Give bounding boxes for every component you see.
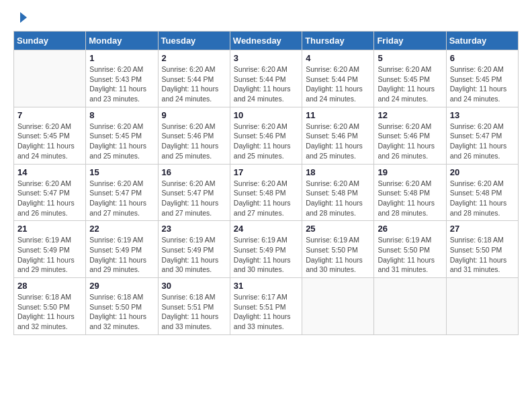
calendar-cell: 30Sunrise: 6:18 AM Sunset: 5:51 PM Dayli… xyxy=(158,278,230,335)
calendar-cell: 22Sunrise: 6:19 AM Sunset: 5:49 PM Dayli… xyxy=(86,221,158,278)
calendar-week-row: 14Sunrise: 6:20 AM Sunset: 5:47 PM Dayli… xyxy=(14,164,519,221)
day-info: Sunrise: 6:20 AM Sunset: 5:45 PM Dayligh… xyxy=(450,64,515,104)
day-info: Sunrise: 6:18 AM Sunset: 5:50 PM Dayligh… xyxy=(17,292,82,332)
day-number: 22 xyxy=(89,224,154,234)
day-number: 27 xyxy=(450,224,515,234)
day-number: 17 xyxy=(234,167,298,177)
weekday-header-sunday: Sunday xyxy=(14,32,86,50)
calendar-cell: 23Sunrise: 6:19 AM Sunset: 5:49 PM Dayli… xyxy=(158,221,230,278)
calendar-cell xyxy=(302,278,374,335)
calendar-cell: 16Sunrise: 6:20 AM Sunset: 5:47 PM Dayli… xyxy=(158,164,230,221)
calendar-cell: 7Sunrise: 6:20 AM Sunset: 5:45 PM Daylig… xyxy=(14,107,86,164)
day-number: 26 xyxy=(378,224,442,234)
day-info: Sunrise: 6:19 AM Sunset: 5:50 PM Dayligh… xyxy=(378,235,442,275)
calendar-week-row: 21Sunrise: 6:19 AM Sunset: 5:49 PM Dayli… xyxy=(14,221,519,278)
weekday-header-thursday: Thursday xyxy=(302,32,374,50)
day-info: Sunrise: 6:19 AM Sunset: 5:49 PM Dayligh… xyxy=(234,235,298,275)
day-info: Sunrise: 6:20 AM Sunset: 5:46 PM Dayligh… xyxy=(234,122,298,161)
calendar-cell: 28Sunrise: 6:18 AM Sunset: 5:50 PM Dayli… xyxy=(14,278,86,335)
day-info: Sunrise: 6:17 AM Sunset: 5:51 PM Dayligh… xyxy=(234,292,298,332)
day-info: Sunrise: 6:20 AM Sunset: 5:45 PM Dayligh… xyxy=(378,64,442,104)
day-info: Sunrise: 6:20 AM Sunset: 5:46 PM Dayligh… xyxy=(306,122,370,161)
day-info: Sunrise: 6:20 AM Sunset: 5:47 PM Dayligh… xyxy=(162,179,226,218)
day-number: 25 xyxy=(306,224,370,234)
header xyxy=(13,13,519,24)
weekday-header-tuesday: Tuesday xyxy=(158,32,230,50)
day-number: 8 xyxy=(89,110,154,120)
day-number: 5 xyxy=(378,53,442,63)
day-info: Sunrise: 6:20 AM Sunset: 5:45 PM Dayligh… xyxy=(17,122,82,161)
day-number: 24 xyxy=(234,224,298,234)
day-number: 9 xyxy=(162,110,226,120)
calendar-cell: 26Sunrise: 6:19 AM Sunset: 5:50 PM Dayli… xyxy=(374,221,446,278)
calendar-table: SundayMondayTuesdayWednesdayThursdayFrid… xyxy=(13,31,519,335)
day-number: 18 xyxy=(306,167,370,177)
weekday-header-saturday: Saturday xyxy=(446,32,518,50)
day-number: 28 xyxy=(17,281,82,291)
calendar-cell: 15Sunrise: 6:20 AM Sunset: 5:47 PM Dayli… xyxy=(86,164,158,221)
logo-triangle-icon xyxy=(15,11,28,24)
day-info: Sunrise: 6:20 AM Sunset: 5:48 PM Dayligh… xyxy=(306,179,370,218)
calendar-cell: 27Sunrise: 6:18 AM Sunset: 5:50 PM Dayli… xyxy=(446,221,518,278)
day-number: 19 xyxy=(378,167,442,177)
day-info: Sunrise: 6:18 AM Sunset: 5:50 PM Dayligh… xyxy=(450,235,515,275)
calendar-cell: 2Sunrise: 6:20 AM Sunset: 5:44 PM Daylig… xyxy=(158,50,230,107)
day-number: 16 xyxy=(162,167,226,177)
calendar-cell: 31Sunrise: 6:17 AM Sunset: 5:51 PM Dayli… xyxy=(230,278,302,335)
calendar-week-row: 1Sunrise: 6:20 AM Sunset: 5:43 PM Daylig… xyxy=(14,50,519,107)
calendar-cell: 1Sunrise: 6:20 AM Sunset: 5:43 PM Daylig… xyxy=(86,50,158,107)
day-info: Sunrise: 6:20 AM Sunset: 5:44 PM Dayligh… xyxy=(234,64,298,104)
calendar-cell: 13Sunrise: 6:20 AM Sunset: 5:47 PM Dayli… xyxy=(446,107,518,164)
day-info: Sunrise: 6:20 AM Sunset: 5:45 PM Dayligh… xyxy=(89,122,154,161)
day-number: 20 xyxy=(450,167,515,177)
calendar-cell: 25Sunrise: 6:19 AM Sunset: 5:50 PM Dayli… xyxy=(302,221,374,278)
calendar-cell: 20Sunrise: 6:20 AM Sunset: 5:48 PM Dayli… xyxy=(446,164,518,221)
day-info: Sunrise: 6:19 AM Sunset: 5:49 PM Dayligh… xyxy=(89,235,154,275)
day-info: Sunrise: 6:20 AM Sunset: 5:48 PM Dayligh… xyxy=(378,179,442,218)
day-number: 21 xyxy=(17,224,82,234)
day-info: Sunrise: 6:20 AM Sunset: 5:47 PM Dayligh… xyxy=(17,179,82,218)
weekday-header-wednesday: Wednesday xyxy=(230,32,302,50)
day-info: Sunrise: 6:19 AM Sunset: 5:49 PM Dayligh… xyxy=(162,235,226,275)
calendar-cell: 10Sunrise: 6:20 AM Sunset: 5:46 PM Dayli… xyxy=(230,107,302,164)
day-number: 13 xyxy=(450,110,515,120)
day-number: 14 xyxy=(17,167,82,177)
day-number: 31 xyxy=(234,281,298,291)
calendar-cell: 21Sunrise: 6:19 AM Sunset: 5:49 PM Dayli… xyxy=(14,221,86,278)
day-number: 30 xyxy=(162,281,226,291)
day-number: 7 xyxy=(17,110,82,120)
calendar-cell xyxy=(14,50,86,107)
day-info: Sunrise: 6:20 AM Sunset: 5:43 PM Dayligh… xyxy=(89,64,154,104)
weekday-header-row: SundayMondayTuesdayWednesdayThursdayFrid… xyxy=(14,32,519,50)
calendar-cell: 18Sunrise: 6:20 AM Sunset: 5:48 PM Dayli… xyxy=(302,164,374,221)
svg-marker-0 xyxy=(20,12,27,23)
day-info: Sunrise: 6:20 AM Sunset: 5:44 PM Dayligh… xyxy=(162,64,226,104)
calendar-cell: 4Sunrise: 6:20 AM Sunset: 5:44 PM Daylig… xyxy=(302,50,374,107)
calendar-cell: 14Sunrise: 6:20 AM Sunset: 5:47 PM Dayli… xyxy=(14,164,86,221)
logo xyxy=(13,13,28,24)
day-number: 1 xyxy=(89,53,154,63)
calendar-cell xyxy=(374,278,446,335)
calendar-cell: 6Sunrise: 6:20 AM Sunset: 5:45 PM Daylig… xyxy=(446,50,518,107)
calendar-cell: 12Sunrise: 6:20 AM Sunset: 5:46 PM Dayli… xyxy=(374,107,446,164)
calendar-cell xyxy=(446,278,518,335)
calendar-week-row: 28Sunrise: 6:18 AM Sunset: 5:50 PM Dayli… xyxy=(14,278,519,335)
day-info: Sunrise: 6:20 AM Sunset: 5:47 PM Dayligh… xyxy=(89,179,154,218)
calendar-cell: 5Sunrise: 6:20 AM Sunset: 5:45 PM Daylig… xyxy=(374,50,446,107)
day-number: 23 xyxy=(162,224,226,234)
calendar-cell: 17Sunrise: 6:20 AM Sunset: 5:48 PM Dayli… xyxy=(230,164,302,221)
day-number: 11 xyxy=(306,110,370,120)
day-info: Sunrise: 6:20 AM Sunset: 5:48 PM Dayligh… xyxy=(450,179,515,218)
calendar-cell: 24Sunrise: 6:19 AM Sunset: 5:49 PM Dayli… xyxy=(230,221,302,278)
calendar-week-row: 7Sunrise: 6:20 AM Sunset: 5:45 PM Daylig… xyxy=(14,107,519,164)
day-number: 12 xyxy=(378,110,442,120)
day-number: 4 xyxy=(306,53,370,63)
calendar-cell: 9Sunrise: 6:20 AM Sunset: 5:46 PM Daylig… xyxy=(158,107,230,164)
day-number: 10 xyxy=(234,110,298,120)
calendar-cell: 29Sunrise: 6:18 AM Sunset: 5:50 PM Dayli… xyxy=(86,278,158,335)
day-number: 3 xyxy=(234,53,298,63)
day-number: 2 xyxy=(162,53,226,63)
calendar-cell: 19Sunrise: 6:20 AM Sunset: 5:48 PM Dayli… xyxy=(374,164,446,221)
day-info: Sunrise: 6:18 AM Sunset: 5:51 PM Dayligh… xyxy=(162,292,226,332)
day-info: Sunrise: 6:19 AM Sunset: 5:50 PM Dayligh… xyxy=(306,235,370,275)
